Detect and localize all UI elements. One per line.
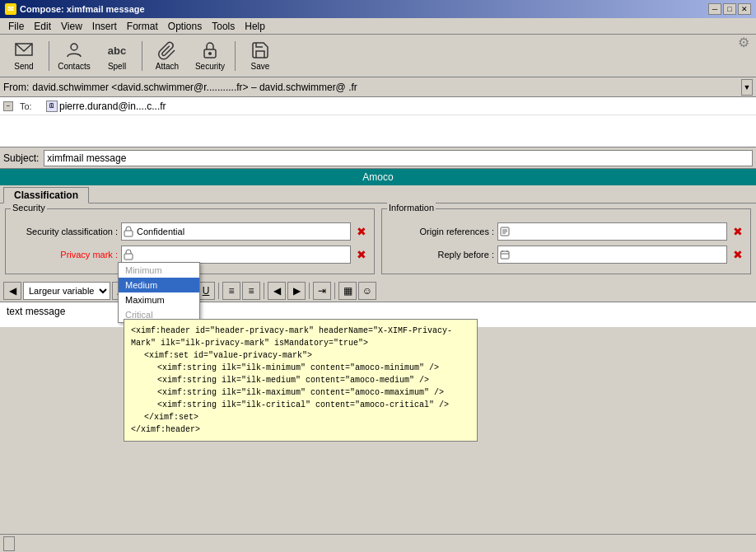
menu-insert[interactable]: Insert	[87, 20, 122, 33]
spell-icon: abc	[107, 40, 127, 60]
title-bar: ✉ Compose: ximfmail message ─ □ ✕	[0, 0, 756, 18]
menu-file[interactable]: File	[3, 20, 29, 33]
align-left-button[interactable]: ◀	[268, 282, 286, 300]
spell-button[interactable]: abc Spell	[96, 38, 138, 74]
svg-rect-5	[124, 254, 133, 260]
recipient-remove-button[interactable]: −	[3, 101, 13, 111]
status-item	[3, 536, 15, 551]
toolbar-divider-3	[235, 41, 236, 71]
security-classification-label: Security classification :	[11, 227, 118, 236]
scroll-left-button[interactable]: ◀	[3, 282, 21, 300]
list-button-1[interactable]: ≡	[222, 282, 240, 300]
origin-references-input[interactable]	[497, 222, 727, 241]
send-button[interactable]: Send	[3, 38, 44, 74]
subject-label: Subject:	[3, 152, 39, 164]
security-button[interactable]: Security	[189, 38, 231, 74]
contacts-label: Contacts	[58, 62, 90, 71]
security-classification-row: Security classification : Confidential ✖	[11, 222, 369, 241]
privacy-mark-label: Privacy mark :	[11, 250, 118, 260]
reply-before-input[interactable]	[497, 246, 727, 264]
recipient-icon: 🗓	[46, 101, 58, 112]
privacy-mark-clear-button[interactable]: ✖	[354, 246, 369, 263]
security-label: Security	[195, 62, 225, 71]
recipient-address: pierre.durand@in....c...fr	[59, 101, 166, 112]
xml-line-3: <ximf:string ilk="ilk-minimum" content="…	[131, 362, 470, 374]
xml-line-5: <ximf:string ilk="ilk-maximum" content="…	[131, 386, 470, 399]
list-button-2[interactable]: ≡	[242, 282, 260, 300]
format-divider-5	[334, 283, 335, 299]
privacy-mark-dropdown: Minimum Medium Maximum Critical	[118, 262, 200, 323]
send-label: Send	[14, 62, 33, 71]
close-button[interactable]: ✕	[738, 3, 751, 15]
classification-panel: Security Security classification : Confi…	[0, 203, 756, 279]
subject-input[interactable]	[44, 150, 753, 166]
main-toolbar: Send Contacts abc Spell Attach Security …	[0, 35, 756, 77]
recipients-area: − To: 🗓 pierre.durand@in....c...fr	[0, 97, 756, 147]
security-classification-clear-button[interactable]: ✖	[354, 223, 369, 240]
format-divider-4	[309, 283, 310, 299]
attach-button[interactable]: Attach	[147, 38, 188, 74]
app-icon: ✉	[5, 3, 16, 15]
toolbar-divider-1	[49, 41, 49, 71]
amoco-header: Amoco	[0, 169, 756, 185]
from-dropdown-button[interactable]: ▼	[741, 79, 753, 96]
svg-point-1	[71, 44, 77, 50]
recipients-empty-space	[0, 115, 756, 147]
minimize-button[interactable]: ─	[708, 3, 721, 15]
spell-label: Spell	[108, 62, 126, 71]
format-divider-2	[218, 283, 219, 299]
xml-line-8: </ximf:header>	[131, 423, 470, 436]
security-classification-value: Confidential	[135, 227, 350, 236]
format-divider-3	[264, 283, 264, 299]
save-button[interactable]: Save	[240, 38, 281, 74]
attach-icon	[157, 40, 177, 60]
xml-line-4: <ximf:string ilk="ilk-medium" content="a…	[131, 374, 470, 386]
emoji-button[interactable]: ☺	[358, 282, 376, 300]
origin-references-row: Origin references : ✖	[387, 222, 745, 241]
dropdown-item-medium[interactable]: Medium	[119, 278, 199, 292]
menu-view[interactable]: View	[56, 20, 87, 33]
recipient-type: To:	[20, 101, 44, 111]
toolbar-divider-2	[142, 41, 142, 71]
insert-table-button[interactable]: ▦	[338, 282, 357, 300]
font-dropdown[interactable]: Largeur variable	[23, 282, 110, 300]
maximize-button[interactable]: □	[723, 3, 736, 15]
privacy-mark-container: Privacy mark : ✖ Minimum Medium	[11, 246, 369, 264]
from-bar: From: david.schwimmer <david.schwimmer@r…	[0, 77, 756, 97]
save-icon	[250, 40, 270, 60]
security-legend: Security	[11, 203, 47, 213]
reply-before-label: Reply before :	[387, 250, 494, 260]
privacy-mark-input[interactable]	[121, 246, 351, 264]
tab-classification[interactable]: Classification	[3, 187, 89, 203]
origin-references-icon	[498, 223, 511, 240]
xml-tooltip: <ximf:header id="header-privacy-mark" he…	[124, 319, 478, 442]
origin-references-label: Origin references :	[387, 227, 494, 236]
gear-icon: ⚙	[738, 35, 749, 50]
security-icon	[200, 40, 220, 60]
align-right-button[interactable]: ▶	[287, 282, 306, 300]
menu-options[interactable]: Options	[163, 20, 207, 33]
contacts-button[interactable]: Contacts	[54, 38, 95, 74]
menu-tools[interactable]: Tools	[207, 20, 240, 33]
security-classification-input[interactable]: Confidential	[121, 222, 351, 241]
origin-references-clear-button[interactable]: ✖	[730, 223, 745, 240]
dropdown-item-minimum[interactable]: Minimum	[119, 263, 199, 278]
privacy-mark-row: Privacy mark : ✖	[11, 246, 369, 264]
menu-format[interactable]: Format	[122, 20, 163, 33]
svg-point-3	[208, 52, 212, 55]
recipient-row: − To: 🗓 pierre.durand@in....c...fr	[0, 97, 756, 115]
dropdown-item-maximum[interactable]: Maximum	[119, 292, 199, 307]
indent-button[interactable]: ⇥	[313, 282, 331, 300]
window-title: Compose: ximfmail message	[20, 4, 145, 14]
tab-bar: Classification	[0, 185, 756, 203]
menu-help[interactable]: Help	[240, 20, 270, 33]
svg-rect-4	[124, 231, 133, 236]
reply-before-clear-button[interactable]: ✖	[730, 246, 745, 263]
information-group: Information Origin references : ✖ Reply …	[381, 208, 751, 274]
message-body[interactable]: text message <ximf:header id="header-pri…	[0, 302, 756, 327]
status-bar	[0, 534, 756, 552]
save-label: Save	[251, 62, 270, 71]
xml-line-6: <ximf:string ilk="ilk-critical" content=…	[131, 399, 470, 411]
menu-edit[interactable]: Edit	[29, 20, 56, 33]
privacy-mark-icon	[122, 246, 135, 263]
